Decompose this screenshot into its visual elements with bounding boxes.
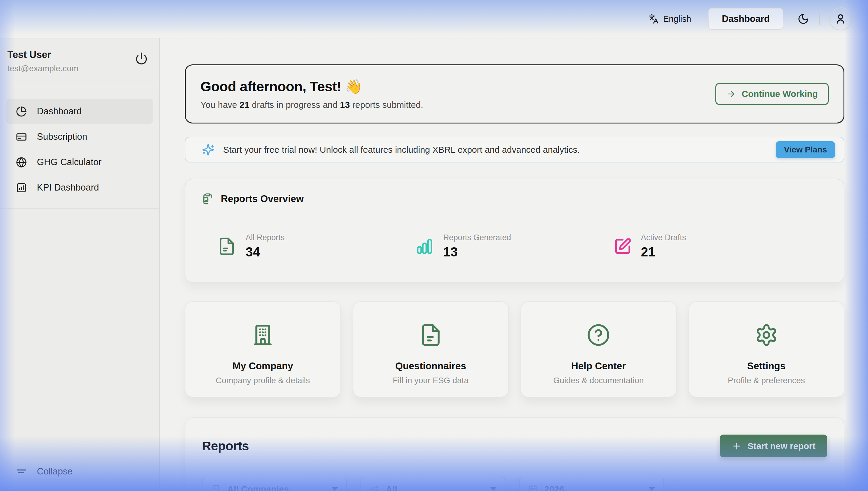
greeting-text-block: Good afternoon, Test! 👋 You have 21 draf… [200,78,423,110]
status-filter-select[interactable]: All [361,477,505,491]
credit-card-icon [16,132,27,142]
stat-reports-generated: Reports Generated 13 [415,233,614,259]
arrow-right-icon [726,89,736,99]
user-icon [834,13,847,25]
card-subtitle: Guides & documentation [553,376,644,385]
collapse-label: Collapse [37,466,73,477]
sidebar-item-kpi-dashboard[interactable]: KPI Dashboard [6,175,153,200]
card-my-company[interactable]: My Company Company profile & details [185,301,341,397]
stat-active-drafts: Active Drafts 21 [614,233,812,259]
status-filter-value: All [386,484,397,491]
greeting-sub-part: reports submitted. [350,100,423,110]
wave-emoji: 👋 [345,79,362,94]
quick-cards-grid: My Company Company profile & details Que… [185,301,844,397]
reports-overview-header: Reports Overview [202,193,827,205]
square-pen-icon [614,237,631,255]
globe-icon [16,157,27,168]
main-content: Good afternoon, Test! 👋 You have 21 draf… [160,38,868,491]
greeting-sub-part: drafts in progress and [249,100,340,110]
card-title: My Company [232,360,293,372]
language-selector[interactable]: English [649,14,691,24]
continue-working-button[interactable]: Continue Working [715,83,829,105]
stat-value: 21 [641,244,686,259]
sparkles-icon [202,144,214,156]
trial-banner: Start your free trial now! Unlock all fe… [185,137,844,163]
moon-icon [798,13,809,25]
kpi-square-icon [16,182,27,193]
company-filter-select[interactable]: All Companies [202,477,347,491]
stat-text: Reports Generated 13 [443,233,511,259]
sidebar-item-label: Subscription [37,132,87,142]
help-circle-icon [587,323,610,347]
stat-label: All Reports [246,233,285,242]
card-help-center[interactable]: Help Center Guides & documentation [521,301,677,397]
app-body: Test User test@example.com Dashboard Sub… [0,38,868,491]
power-icon [135,52,148,65]
sidebar-user-block: Test User test@example.com [0,38,159,86]
language-label: English [663,14,691,24]
user-email: test@example.com [7,64,147,73]
greeting-title: Good afternoon, Test! 👋 [200,78,423,94]
building-icon [251,323,275,347]
sidebar-item-ghg-calculator[interactable]: GHG Calculator [6,149,153,175]
stat-all-reports: All Reports 34 [217,233,415,259]
reports-filters: All Companies All 2026 [202,477,827,491]
company-filter-value: All Companies [227,484,289,491]
plus-icon [732,441,742,451]
stat-text: Active Drafts 21 [641,233,686,259]
reports-overview-card: Reports Overview All Reports 34 [185,179,844,283]
file-icon [217,237,236,256]
languages-icon [649,14,659,24]
card-subtitle: Fill in your ESG data [393,376,469,385]
year-filter-select[interactable]: 2026 [519,477,664,491]
sidebar-spacer [0,208,159,466]
building-icon [211,484,221,491]
card-title: Help Center [571,360,626,372]
card-settings[interactable]: Settings Profile & preferences [688,301,845,397]
card-title: Questionnaires [395,360,466,372]
chevron-down-icon [649,487,655,491]
user-menu-button[interactable] [829,7,852,30]
calendar-icon [528,484,538,491]
start-new-report-button[interactable]: Start new report [720,435,827,457]
continue-working-label: Continue Working [742,89,818,99]
card-questionnaires[interactable]: Questionnaires Fill in your ESG data [353,301,509,397]
reports-overview-title: Reports Overview [221,193,304,204]
overview-stats: All Reports 34 Reports Generated 13 [202,233,827,259]
sidebar-item-subscription[interactable]: Subscription [6,124,153,149]
card-title: Settings [747,360,786,372]
stat-value: 34 [246,244,285,259]
dashboard-nav-button[interactable]: Dashboard [708,8,783,30]
topbar: English Dashboard [0,0,868,38]
clipboard-check-icon [202,193,214,205]
stat-label: Active Drafts [641,233,686,242]
reports-count: 13 [340,100,350,110]
reports-title: Reports [202,439,249,453]
sidebar-nav: Dashboard Subscription GHG Calculator KP… [0,86,159,208]
sidebar-item-dashboard[interactable]: Dashboard [6,99,153,124]
chevron-down-icon [490,487,497,491]
greeting-card: Good afternoon, Test! 👋 You have 21 draf… [185,64,844,123]
card-subtitle: Company profile & details [216,376,310,385]
greeting-title-text: Good afternoon, Test! [200,79,341,94]
topbar-divider [819,13,819,25]
stat-label: Reports Generated [443,233,511,242]
drafts-count: 21 [240,100,249,110]
pie-chart-icon [16,106,27,117]
greeting-sub-part: You have [200,100,240,110]
collapse-icon [16,466,27,477]
reports-header: Reports Start new report [202,435,827,457]
logout-button[interactable] [135,52,148,65]
trial-message: Start your free trial now! Unlock all fe… [223,145,776,155]
year-filter-value: 2026 [545,484,564,491]
sidebar-collapse-button[interactable]: Collapse [0,466,159,491]
stat-value: 13 [443,244,511,259]
chevron-down-icon [332,487,338,491]
view-plans-button[interactable]: View Plans [776,141,835,158]
user-name: Test User [7,49,147,60]
sidebar-item-label: KPI Dashboard [37,182,99,193]
file-text-icon [419,323,442,347]
theme-toggle[interactable] [798,13,809,25]
start-new-report-label: Start new report [748,441,815,451]
sidebar-item-label: Dashboard [37,106,82,117]
